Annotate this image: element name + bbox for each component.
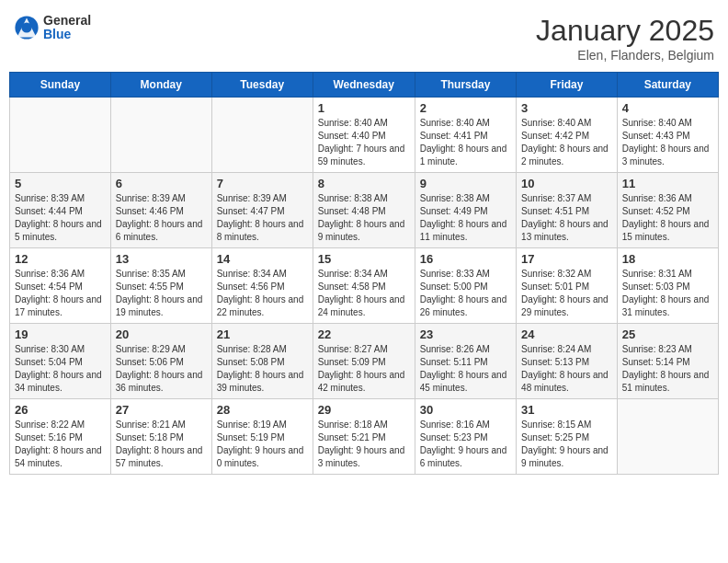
logo-blue-text: Blue: [43, 28, 91, 41]
calendar-cell: 12Sunrise: 8:36 AMSunset: 4:54 PMDayligh…: [10, 248, 111, 324]
day-info: Sunrise: 8:33 AMSunset: 5:00 PMDaylight:…: [420, 268, 511, 319]
weekday-header: Tuesday: [211, 73, 313, 98]
day-number: 28: [217, 403, 308, 417]
calendar-cell: [211, 98, 313, 173]
calendar-cell: 3Sunrise: 8:40 AMSunset: 4:42 PMDaylight…: [517, 98, 618, 173]
calendar-cell: 20Sunrise: 8:29 AMSunset: 5:06 PMDayligh…: [110, 324, 211, 399]
day-info: Sunrise: 8:22 AMSunset: 5:16 PMDaylight:…: [15, 419, 106, 470]
logo: General Blue: [14, 14, 91, 42]
day-info: Sunrise: 8:40 AMSunset: 4:40 PMDaylight:…: [318, 117, 410, 168]
day-number: 23: [420, 327, 511, 341]
calendar-cell: 29Sunrise: 8:18 AMSunset: 5:21 PMDayligh…: [313, 399, 415, 475]
day-number: 20: [116, 327, 207, 341]
day-number: 14: [217, 252, 308, 266]
day-info: Sunrise: 8:34 AMSunset: 4:58 PMDaylight:…: [318, 268, 410, 319]
calendar-cell: 8Sunrise: 8:38 AMSunset: 4:48 PMDaylight…: [313, 173, 415, 248]
calendar-cell: 7Sunrise: 8:39 AMSunset: 4:47 PMDaylight…: [211, 173, 313, 248]
day-info: Sunrise: 8:35 AMSunset: 4:55 PMDaylight:…: [116, 268, 207, 319]
day-number: 19: [15, 327, 106, 341]
day-info: Sunrise: 8:31 AMSunset: 5:03 PMDaylight:…: [622, 268, 713, 319]
calendar-cell: 13Sunrise: 8:35 AMSunset: 4:55 PMDayligh…: [110, 248, 211, 324]
calendar-cell: 21Sunrise: 8:28 AMSunset: 5:08 PMDayligh…: [211, 324, 313, 399]
day-number: 17: [521, 252, 612, 266]
calendar-cell: 14Sunrise: 8:34 AMSunset: 4:56 PMDayligh…: [211, 248, 313, 324]
day-info: Sunrise: 8:27 AMSunset: 5:09 PMDaylight:…: [318, 343, 410, 395]
calendar-cell: 5Sunrise: 8:39 AMSunset: 4:44 PMDaylight…: [10, 173, 111, 248]
calendar-cell: 24Sunrise: 8:24 AMSunset: 5:13 PMDayligh…: [517, 324, 618, 399]
day-info: Sunrise: 8:29 AMSunset: 5:06 PMDaylight:…: [116, 343, 207, 395]
day-info: Sunrise: 8:24 AMSunset: 5:13 PMDaylight:…: [521, 343, 612, 395]
day-number: 3: [521, 101, 612, 115]
logo-general-text: General: [43, 14, 91, 28]
calendar-week-row: 19Sunrise: 8:30 AMSunset: 5:04 PMDayligh…: [10, 324, 719, 399]
day-info: Sunrise: 8:40 AMSunset: 4:43 PMDaylight:…: [622, 117, 713, 168]
day-number: 27: [116, 403, 207, 417]
day-info: Sunrise: 8:15 AMSunset: 5:25 PMDaylight:…: [521, 419, 612, 470]
calendar-table: SundayMondayTuesdayWednesdayThursdayFrid…: [9, 72, 719, 475]
calendar-week-row: 5Sunrise: 8:39 AMSunset: 4:44 PMDaylight…: [10, 173, 719, 248]
day-number: 29: [318, 403, 410, 417]
calendar-week-row: 26Sunrise: 8:22 AMSunset: 5:16 PMDayligh…: [10, 399, 719, 475]
day-number: 25: [622, 327, 713, 341]
calendar-cell: 9Sunrise: 8:38 AMSunset: 4:49 PMDaylight…: [415, 173, 516, 248]
day-number: 7: [217, 177, 308, 190]
day-info: Sunrise: 8:36 AMSunset: 4:52 PMDaylight:…: [622, 192, 713, 244]
day-info: Sunrise: 8:39 AMSunset: 4:44 PMDaylight:…: [15, 192, 106, 244]
day-number: 10: [521, 177, 612, 190]
day-info: Sunrise: 8:38 AMSunset: 4:48 PMDaylight:…: [318, 192, 410, 244]
day-number: 21: [217, 327, 308, 341]
day-info: Sunrise: 8:38 AMSunset: 4:49 PMDaylight:…: [420, 192, 511, 244]
location: Elen, Flanders, Belgium: [536, 48, 714, 63]
calendar-cell: 4Sunrise: 8:40 AMSunset: 4:43 PMDaylight…: [617, 98, 718, 173]
calendar-cell: 25Sunrise: 8:23 AMSunset: 5:14 PMDayligh…: [617, 324, 718, 399]
day-info: Sunrise: 8:26 AMSunset: 5:11 PMDaylight:…: [420, 343, 511, 395]
calendar-cell: 27Sunrise: 8:21 AMSunset: 5:18 PMDayligh…: [110, 399, 211, 475]
calendar-week-row: 1Sunrise: 8:40 AMSunset: 4:40 PMDaylight…: [10, 98, 719, 173]
calendar-week-row: 12Sunrise: 8:36 AMSunset: 4:54 PMDayligh…: [10, 248, 719, 324]
calendar-cell: 15Sunrise: 8:34 AMSunset: 4:58 PMDayligh…: [313, 248, 415, 324]
day-number: 22: [318, 327, 410, 341]
page-header: General Blue January 2025 Elen, Flanders…: [9, 9, 719, 63]
day-number: 15: [318, 252, 410, 266]
calendar-cell: 30Sunrise: 8:16 AMSunset: 5:23 PMDayligh…: [415, 399, 516, 475]
calendar-cell: 18Sunrise: 8:31 AMSunset: 5:03 PMDayligh…: [617, 248, 718, 324]
weekday-header-row: SundayMondayTuesdayWednesdayThursdayFrid…: [10, 73, 719, 98]
day-info: Sunrise: 8:18 AMSunset: 5:21 PMDaylight:…: [318, 419, 410, 470]
day-info: Sunrise: 8:39 AMSunset: 4:47 PMDaylight:…: [217, 192, 308, 244]
day-number: 1: [318, 101, 410, 115]
day-info: Sunrise: 8:39 AMSunset: 4:46 PMDaylight:…: [116, 192, 207, 244]
calendar-cell: 16Sunrise: 8:33 AMSunset: 5:00 PMDayligh…: [415, 248, 516, 324]
day-number: 26: [15, 403, 106, 417]
calendar-cell: 6Sunrise: 8:39 AMSunset: 4:46 PMDaylight…: [110, 173, 211, 248]
day-number: 2: [420, 101, 511, 115]
day-number: 18: [622, 252, 713, 266]
weekday-header: Wednesday: [313, 73, 415, 98]
day-number: 5: [15, 177, 106, 190]
weekday-header: Thursday: [415, 73, 516, 98]
day-number: 31: [521, 403, 612, 417]
day-number: 9: [420, 177, 511, 190]
day-number: 24: [521, 327, 612, 341]
day-number: 11: [622, 177, 713, 190]
day-number: 6: [116, 177, 207, 190]
day-info: Sunrise: 8:40 AMSunset: 4:41 PMDaylight:…: [420, 117, 511, 168]
svg-point-2: [21, 23, 31, 33]
day-number: 12: [15, 252, 106, 266]
calendar-cell: 11Sunrise: 8:36 AMSunset: 4:52 PMDayligh…: [617, 173, 718, 248]
day-info: Sunrise: 8:30 AMSunset: 5:04 PMDaylight:…: [15, 343, 106, 395]
day-info: Sunrise: 8:37 AMSunset: 4:51 PMDaylight:…: [521, 192, 612, 244]
weekday-header: Monday: [110, 73, 211, 98]
day-number: 16: [420, 252, 511, 266]
logo-text: General Blue: [43, 14, 91, 42]
calendar-cell: [110, 98, 211, 173]
calendar-cell: 26Sunrise: 8:22 AMSunset: 5:16 PMDayligh…: [10, 399, 111, 475]
calendar-cell: 1Sunrise: 8:40 AMSunset: 4:40 PMDaylight…: [313, 98, 415, 173]
calendar-cell: 17Sunrise: 8:32 AMSunset: 5:01 PMDayligh…: [517, 248, 618, 324]
calendar-cell: 28Sunrise: 8:19 AMSunset: 5:19 PMDayligh…: [211, 399, 313, 475]
calendar-cell: 31Sunrise: 8:15 AMSunset: 5:25 PMDayligh…: [517, 399, 618, 475]
day-info: Sunrise: 8:40 AMSunset: 4:42 PMDaylight:…: [521, 117, 612, 168]
title-block: January 2025 Elen, Flanders, Belgium: [536, 14, 714, 63]
weekday-header: Friday: [517, 73, 618, 98]
day-info: Sunrise: 8:19 AMSunset: 5:19 PMDaylight:…: [217, 419, 308, 470]
weekday-header: Sunday: [10, 73, 111, 98]
